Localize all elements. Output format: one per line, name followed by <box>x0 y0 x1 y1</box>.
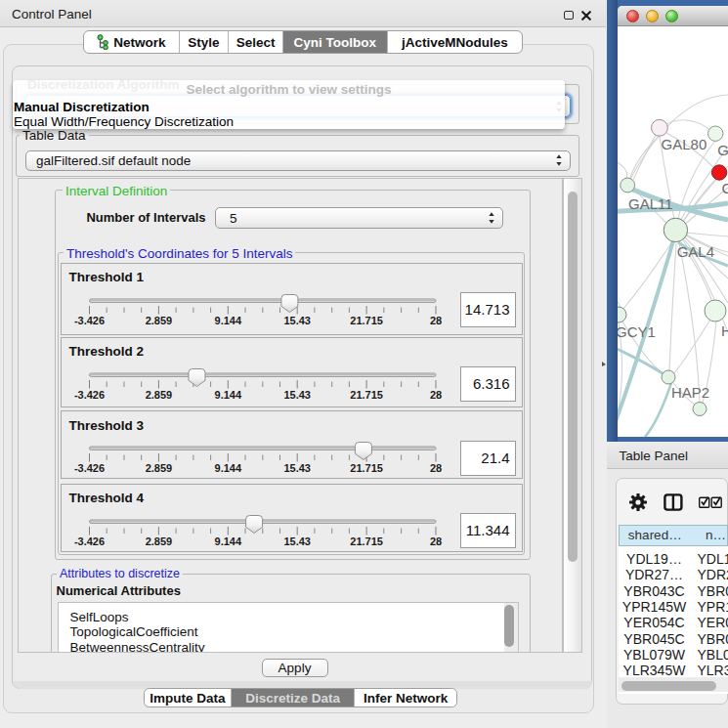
svg-text:-3.426: -3.426 <box>73 388 104 400</box>
svg-text:HAP2: HAP2 <box>671 384 709 401</box>
svg-text:GAL80: GAL80 <box>662 136 707 152</box>
svg-text:9.144: 9.144 <box>214 535 241 546</box>
svg-text:2.859: 2.859 <box>145 388 172 400</box>
svg-text:2.859: 2.859 <box>145 535 172 546</box>
svg-text:2.859: 2.859 <box>145 462 172 474</box>
svg-text:GCY1: GCY1 <box>618 323 656 340</box>
svg-text:GA: GA <box>717 142 728 158</box>
svg-text:28: 28 <box>429 388 441 400</box>
svg-text:21.715: 21.715 <box>350 314 383 325</box>
svg-text:9.144: 9.144 <box>214 388 241 400</box>
svg-text:15.43: 15.43 <box>283 314 311 325</box>
svg-text:9.144: 9.144 <box>214 314 241 325</box>
svg-text:28: 28 <box>429 314 441 325</box>
svg-text:-3.426: -3.426 <box>73 462 104 474</box>
svg-text:-3.426: -3.426 <box>73 314 104 325</box>
svg-text:GAL11: GAL11 <box>628 195 673 212</box>
svg-text:21.715: 21.715 <box>350 388 383 400</box>
svg-text:21.715: 21.715 <box>350 535 383 546</box>
svg-text:GAL4: GAL4 <box>677 243 714 260</box>
svg-text:-3.426: -3.426 <box>73 535 104 546</box>
svg-text:21.715: 21.715 <box>350 462 383 474</box>
svg-text:2.859: 2.859 <box>145 314 172 325</box>
svg-text:C: C <box>722 180 728 196</box>
svg-text:H: H <box>721 322 728 339</box>
svg-text:15.43: 15.43 <box>283 388 311 400</box>
svg-text:28: 28 <box>429 462 441 474</box>
svg-text:15.43: 15.43 <box>283 462 311 474</box>
svg-text:9.144: 9.144 <box>214 462 241 474</box>
svg-text:28: 28 <box>429 535 441 546</box>
svg-text:15.43: 15.43 <box>283 535 311 546</box>
